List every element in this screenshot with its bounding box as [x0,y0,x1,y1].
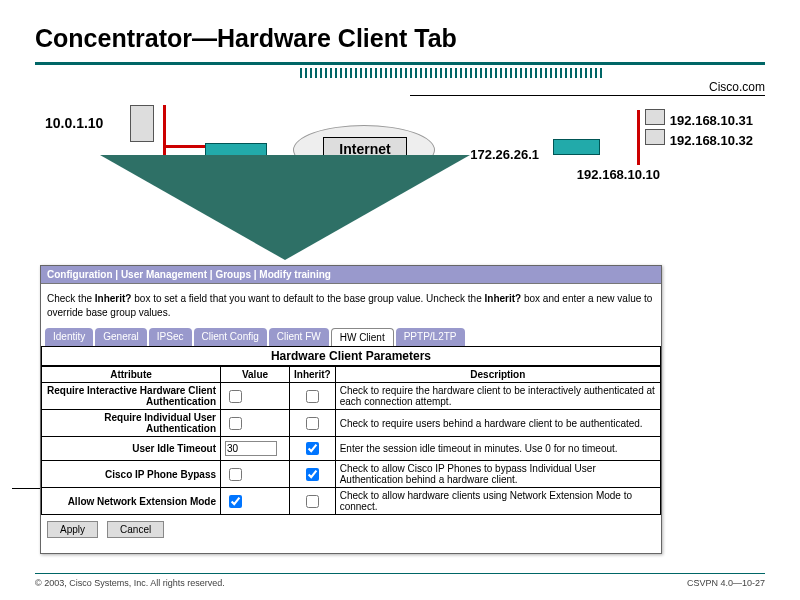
button-row: Apply Cancel [41,515,661,544]
attr-label: Cisco IP Phone Bypass [42,461,221,488]
brand-line [410,95,765,96]
attr-label: Require Individual User Authentication [42,410,221,437]
breadcrumb: Configuration | User Management | Groups… [41,266,661,284]
tab-client-config[interactable]: Client Config [194,328,267,346]
table-row: Cisco IP Phone Bypass Check to allow Cis… [42,461,661,488]
footer: © 2003, Cisco Systems, Inc. All rights r… [35,573,765,588]
attr-label: Allow Network Extension Mode [42,488,221,515]
footer-left: © 2003, Cisco Systems, Inc. All rights r… [35,578,225,588]
tab-general[interactable]: General [95,328,147,346]
callout-wedge [100,155,470,260]
concentrator2-icon [553,139,600,155]
desc-text: Check to require users behind a hardware… [335,410,660,437]
tab-ipsec[interactable]: IPSec [149,328,192,346]
apply-button[interactable]: Apply [47,521,98,538]
idle-timeout-input[interactable] [225,441,277,456]
server-icon [130,105,154,142]
title-underline [35,62,765,65]
desc-text: Enter the session idle timeout in minute… [335,437,660,461]
desc-text: Check to allow hardware clients using Ne… [335,488,660,515]
ip-r1: 192.168.10.31 [670,113,753,128]
inherit-checkbox[interactable] [306,442,319,455]
interactive-auth-checkbox[interactable] [229,390,242,403]
tab-client-fw[interactable]: Client FW [269,328,329,346]
table-header-row: Attribute Value Inherit? Description [42,367,661,383]
individual-user-auth-checkbox[interactable] [229,417,242,430]
tab-identity[interactable]: Identity [45,328,93,346]
pc-icon [645,129,665,145]
inherit-checkbox[interactable] [306,495,319,508]
tab-pptp-l2tp[interactable]: PPTP/L2TP [396,328,465,346]
cisco-brand: Cisco.com [709,80,765,94]
network-extension-checkbox[interactable] [229,495,242,508]
desc-text: Check to require the hardware client to … [335,383,660,410]
inherit-checkbox[interactable] [306,390,319,403]
table-row: Require Individual User Authentication C… [42,410,661,437]
slide: Concentrator—Hardware Client Tab Cisco.c… [0,0,800,600]
pc-icon [645,109,665,125]
network-bar2-icon [637,110,640,165]
cancel-button[interactable]: Cancel [107,521,164,538]
instructions: Check the Inherit? box to set a field th… [41,284,661,328]
col-desc: Description [335,367,660,383]
table-row: Require Interactive Hardware Client Auth… [42,383,661,410]
desc-text: Check to allow Cisco IP Phones to bypass… [335,461,660,488]
params-table: Attribute Value Inherit? Description Req… [41,366,661,515]
ip-left: 10.0.1.10 [45,115,103,131]
hatch-decor [300,68,605,78]
page-title: Concentrator—Hardware Client Tab [35,24,457,53]
footer-right: CSVPN 4.0—10-27 [687,578,765,588]
table-row: User Idle Timeout Enter the session idle… [42,437,661,461]
ip-r2: 192.168.10.32 [670,133,753,148]
network-line-icon [163,145,208,148]
col-inh: Inherit? [290,367,336,383]
attr-label: User Idle Timeout [42,437,221,461]
inherit-checkbox[interactable] [306,417,319,430]
ip-r3: 192.168.10.10 [577,167,660,182]
attr-label: Require Interactive Hardware Client Auth… [42,383,221,410]
col-attr: Attribute [42,367,221,383]
ip-mid: 172.26.26.1 [470,147,539,162]
inherit-checkbox[interactable] [306,468,319,481]
table-row: Allow Network Extension Mode Check to al… [42,488,661,515]
ip-phone-bypass-checkbox[interactable] [229,468,242,481]
col-val: Value [221,367,290,383]
params-title: Hardware Client Parameters [41,346,661,366]
tab-bar: Identity General IPSec Client Config Cli… [41,328,661,346]
config-panel: Configuration | User Management | Groups… [40,265,662,554]
tab-hw-client[interactable]: HW Client [331,328,394,346]
